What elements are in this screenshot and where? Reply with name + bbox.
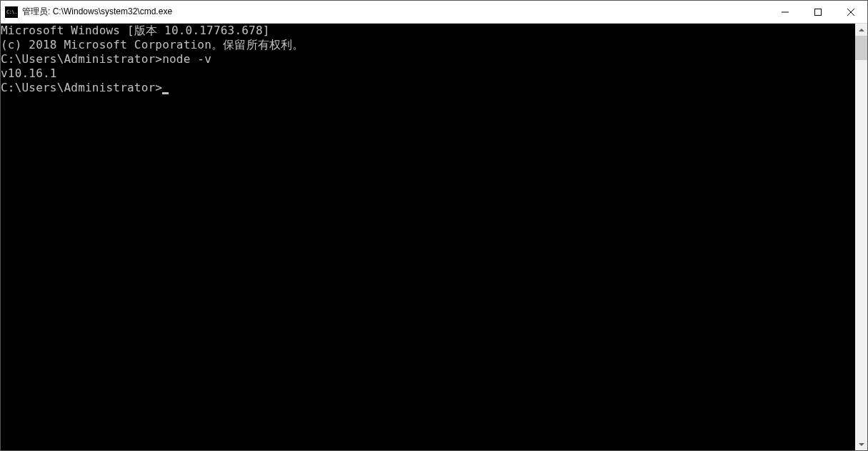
prompt-path: C:\Users\Administrator> xyxy=(1,52,162,66)
cmd-icon: C:\. xyxy=(5,6,18,18)
chevron-up-icon xyxy=(859,29,864,31)
minimize-button[interactable] xyxy=(769,1,802,23)
prompt-command: node -v xyxy=(162,52,211,66)
content-wrap: Microsoft Windows [版本 10.0.17763.678](c)… xyxy=(1,24,867,450)
maximize-icon xyxy=(814,9,822,16)
chevron-down-icon xyxy=(859,443,864,446)
console-line-copyright: (c) 2018 Microsoft Corporation。保留所有权利。 xyxy=(1,38,855,52)
cursor xyxy=(162,92,169,94)
minimize-icon xyxy=(782,9,789,16)
titlebar-left: C:\. 管理员: C:\Windows\system32\cmd.exe xyxy=(1,6,172,18)
scrollbar-thumb[interactable] xyxy=(855,36,867,60)
window-controls xyxy=(769,1,867,23)
console-prompt-2: C:\Users\Administrator> xyxy=(1,81,855,95)
window-title: 管理员: C:\Windows\system32\cmd.exe xyxy=(22,6,172,18)
console-area[interactable]: Microsoft Windows [版本 10.0.17763.678](c)… xyxy=(1,24,855,450)
console-line-version: Microsoft Windows [版本 10.0.17763.678] xyxy=(1,24,855,38)
cmd-window: C:\. 管理员: C:\Windows\system32\cmd.exe Mi… xyxy=(0,0,868,451)
svg-marker-5 xyxy=(859,443,864,446)
vertical-scrollbar[interactable] xyxy=(855,24,867,450)
prompt-path: C:\Users\Administrator> xyxy=(1,81,162,94)
console-prompt-1: C:\Users\Administrator>node -v xyxy=(1,52,855,66)
svg-rect-1 xyxy=(815,9,822,15)
scroll-up-arrow[interactable] xyxy=(855,24,867,36)
cmd-icon-text: C:\. xyxy=(6,9,17,15)
scroll-down-arrow[interactable] xyxy=(855,438,867,450)
console-output-node-version: v10.16.1 xyxy=(1,66,855,81)
maximize-button[interactable] xyxy=(802,1,834,23)
titlebar[interactable]: C:\. 管理员: C:\Windows\system32\cmd.exe xyxy=(1,1,867,24)
svg-marker-4 xyxy=(859,29,864,31)
close-button[interactable] xyxy=(834,1,867,23)
close-icon xyxy=(847,9,854,16)
